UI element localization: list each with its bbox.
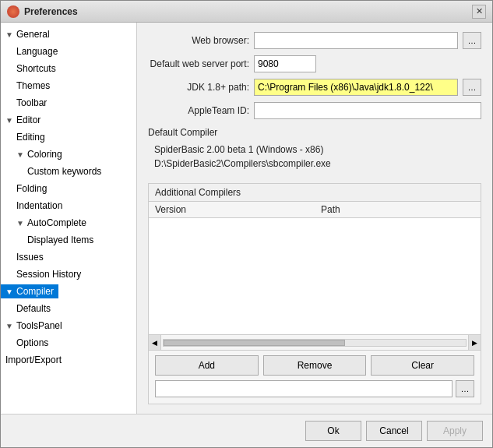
compiler-path-row: … <box>149 380 481 404</box>
sidebar-item-import-export[interactable]: Import/Export <box>1 351 136 369</box>
title-bar: Preferences ✕ <box>1 1 492 23</box>
default-port-label: Default web server port: <box>148 58 249 69</box>
window-title: Preferences <box>24 6 472 17</box>
sidebar-item-toolbar[interactable]: Toolbar <box>1 94 136 111</box>
bottom-bar: Ok Cancel Apply <box>1 414 492 447</box>
sidebar-item-editor[interactable]: ▼Editor <box>1 111 136 129</box>
col-path-header: Path <box>315 204 481 215</box>
sidebar-item-indentation[interactable]: Indentation <box>1 197 136 214</box>
compiler-path-browse-button[interactable]: … <box>456 380 474 397</box>
apply-button[interactable]: Apply <box>427 421 483 441</box>
default-port-input[interactable] <box>254 55 316 72</box>
scroll-right-button[interactable]: ▶ <box>468 335 481 351</box>
sidebar-item-autocomplete[interactable]: ▼AutoComplete <box>1 214 136 231</box>
sidebar-item-toolspanel[interactable]: ▼ToolsPanel <box>1 317 136 334</box>
web-browser-row: Web browser: … <box>148 32 481 49</box>
default-compiler-line2: D:\SpiderBasic2\Compilers\sbcompiler.exe <box>154 157 475 171</box>
cancel-button[interactable]: Cancel <box>366 421 422 441</box>
jdk-path-label: JDK 1.8+ path: <box>148 82 249 93</box>
col-version-header: Version <box>149 204 315 215</box>
sidebar-item-language[interactable]: Language <box>1 43 136 60</box>
scroll-left-button[interactable]: ◀ <box>149 335 161 351</box>
apple-team-label: AppleTeam ID: <box>148 105 249 116</box>
ok-button[interactable]: Ok <box>305 421 361 441</box>
sidebar-item-issues[interactable]: Issues <box>1 249 136 266</box>
horizontal-scrollbar[interactable]: ◀ ▶ <box>149 334 481 350</box>
right-panel: Web browser: … Default web server port: … <box>137 23 492 414</box>
scrollbar-thumb[interactable] <box>164 340 345 346</box>
compilers-table-body <box>149 218 481 334</box>
sidebar-item-displayed-items[interactable]: Displayed Items <box>1 231 136 249</box>
remove-compiler-button[interactable]: Remove <box>263 355 367 376</box>
sidebar-item-custom-keywords[interactable]: Custom keywords <box>1 163 136 180</box>
clear-compilers-button[interactable]: Clear <box>371 355 474 376</box>
sidebar-item-shortcuts[interactable]: Shortcuts <box>1 60 136 77</box>
default-compiler-section: Default Compiler SpiderBasic 2.00 beta 1… <box>148 125 481 175</box>
default-compiler-label: Default Compiler <box>148 127 481 138</box>
app-icon <box>7 5 19 18</box>
web-browser-browse-button[interactable]: … <box>463 32 481 49</box>
sidebar-item-options[interactable]: Options <box>1 334 136 351</box>
additional-compilers-section: Additional Compilers Version Path ◀ ▶ <box>148 183 481 404</box>
default-port-row: Default web server port: <box>148 55 481 72</box>
jdk-path-browse-button[interactable]: … <box>463 79 481 96</box>
compiler-path-input[interactable] <box>155 380 453 397</box>
scrollbar-track[interactable] <box>163 339 467 347</box>
web-browser-input[interactable] <box>254 32 458 49</box>
jdk-path-row: JDK 1.8+ path: … <box>148 79 481 96</box>
sidebar-item-folding[interactable]: Folding <box>1 180 136 197</box>
apple-team-row: AppleTeam ID: <box>148 102 481 119</box>
web-browser-label: Web browser: <box>148 35 249 46</box>
additional-compilers-label: Additional Compilers <box>155 187 241 198</box>
sidebar-item-session-history[interactable]: Session History <box>1 266 136 283</box>
compilers-buttons: Add Remove Clear <box>149 350 481 380</box>
preferences-window: Preferences ✕ ▼General Language Shortcut… <box>0 0 493 448</box>
main-content: ▼General Language Shortcuts Themes Toolb… <box>1 23 492 414</box>
sidebar-item-compiler[interactable]: ▼Compiler <box>1 283 136 300</box>
apple-team-input[interactable] <box>254 102 481 119</box>
sidebar-item-coloring[interactable]: ▼Coloring <box>1 146 136 163</box>
default-compiler-info: SpiderBasic 2.00 beta 1 (Windows - x86) … <box>148 138 481 175</box>
add-compiler-button[interactable]: Add <box>155 355 259 376</box>
sidebar-item-defaults[interactable]: Defaults <box>1 300 136 317</box>
sidebar-item-editing[interactable]: Editing <box>1 129 136 146</box>
sidebar-item-themes[interactable]: Themes <box>1 77 136 94</box>
additional-compilers-header: Additional Compilers <box>149 184 481 202</box>
close-button[interactable]: ✕ <box>472 5 486 19</box>
sidebar: ▼General Language Shortcuts Themes Toolb… <box>1 23 137 414</box>
sidebar-item-general[interactable]: ▼General <box>1 26 136 43</box>
jdk-path-input[interactable] <box>254 79 458 96</box>
compilers-table-header: Version Path <box>149 202 481 218</box>
default-compiler-line1: SpiderBasic 2.00 beta 1 (Windows - x86) <box>154 143 475 157</box>
